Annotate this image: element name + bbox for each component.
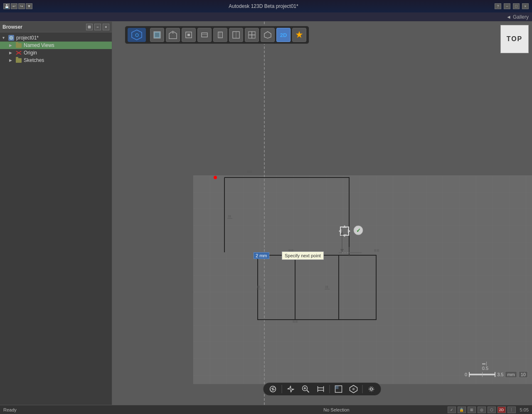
status-check-button[interactable]: ✓ [448, 407, 456, 413]
status-bar: Ready No Selection ✓ 🔒 ⊞ ◎ ⬡ 2D ⋮ 5:05 [0, 405, 532, 414]
svg-point-52 [272, 388, 274, 390]
close-button[interactable]: × [522, 3, 529, 9]
origin-icon [15, 50, 22, 56]
front-view-button[interactable] [197, 28, 212, 42]
status-right-section: ✓ 🔒 ⊞ ◎ ⬡ 2D ⋮ 5:05 [448, 407, 529, 413]
dimension-label[interactable]: 2 mm [254, 252, 269, 259]
nav-divider-3 [362, 385, 363, 393]
maximize-button[interactable]: □ [513, 3, 520, 9]
browser-tree: ▼ project01* ▶ Named Views ▶ [0, 32, 112, 405]
save-button[interactable]: 💾 [3, 3, 10, 9]
status-time: 5:05 [520, 407, 529, 412]
expand-project[interactable]: ▼ [2, 36, 7, 40]
browser-title: Browser [2, 24, 22, 30]
svg-rect-6 [155, 33, 159, 37]
status-ready: Ready [3, 407, 225, 412]
browser-close-button[interactable]: × [103, 24, 109, 30]
svg-line-54 [307, 390, 309, 392]
status-mode-button[interactable]: 2D [498, 407, 506, 413]
tree-item-named-views[interactable]: ▶ Named Views [0, 42, 112, 49]
svg-rect-10 [187, 34, 190, 36]
app-title: Autodesk 123D Beta project01* [32, 3, 495, 9]
redo-button[interactable]: ↪ [18, 3, 25, 9]
svg-rect-13 [218, 32, 222, 38]
next-point-tooltip: Specify next point [282, 251, 324, 260]
svg-point-65 [352, 388, 355, 390]
tree-label-sketches: Sketches [24, 57, 44, 63]
bottom-scale: 0.5 [482, 362, 488, 371]
right-view-button[interactable] [213, 28, 227, 42]
svg-rect-19 [249, 35, 252, 38]
top-view-button[interactable] [182, 28, 196, 42]
dropdown-button[interactable]: ▼ [26, 3, 32, 9]
quick-access-toolbar[interactable]: 💾 ↩ ↪ ▼ [3, 3, 32, 9]
scale-unit[interactable]: mm [505, 371, 517, 378]
material-button[interactable] [347, 384, 360, 394]
status-snap-button[interactable]: ◎ [478, 407, 486, 413]
viewport-label: TOP [507, 35, 523, 43]
fit-button[interactable] [315, 384, 327, 394]
display3-button[interactable] [261, 28, 275, 42]
svg-rect-17 [249, 32, 252, 35]
svg-rect-18 [252, 32, 255, 35]
undo-button[interactable]: ↩ [11, 3, 17, 9]
status-extra-button[interactable]: ⋮ [507, 407, 516, 413]
folder-icon-sketches [15, 57, 22, 63]
scale-value-right: 3.5 [497, 372, 503, 377]
bottom-scale-value: 0.5 [482, 366, 488, 371]
canvas-area[interactable]: ⬡ [112, 22, 532, 405]
svg-rect-20 [252, 35, 255, 38]
browser-pin-button[interactable]: − [94, 24, 101, 30]
dimension-value: 2 mm [256, 253, 267, 258]
tree-item-sketches[interactable]: ▶ Sketches [0, 57, 112, 64]
expand-origin[interactable]: ▶ [9, 51, 15, 55]
status-selection: No Selection [225, 407, 447, 412]
nav-divider-2 [330, 385, 330, 393]
project-icon [7, 35, 15, 41]
expand-sketches[interactable]: ▶ [9, 58, 15, 62]
tree-label-named-views: Named Views [24, 42, 54, 48]
svg-rect-57 [318, 388, 324, 390]
expand-named-views[interactable]: ▶ [9, 43, 15, 47]
svg-text:⬡: ⬡ [135, 33, 139, 37]
titlebar: 💾 ↩ ↪ ▼ Autodesk 123D Beta project01* ? … [0, 0, 532, 12]
ortho2-button[interactable] [245, 28, 259, 42]
svg-rect-23 [193, 175, 532, 384]
nav-divider-1 [282, 385, 282, 393]
star-button[interactable] [292, 28, 306, 42]
gallery-arrow: ◄ [506, 14, 511, 20]
tree-label-origin: Origin [24, 50, 37, 56]
display-button[interactable] [332, 384, 345, 394]
home-view-button[interactable] [166, 28, 180, 42]
gallery-label[interactable]: Gallery [513, 14, 529, 20]
browser-panel: Browser ⊞ − × ▼ project01* ▶ [0, 22, 112, 405]
browser-grid-button[interactable]: ⊞ [86, 24, 93, 30]
ortho1-button[interactable] [229, 28, 243, 42]
status-lock-button[interactable]: 🔒 [458, 407, 466, 413]
tree-item-origin[interactable]: ▶ Origin [0, 49, 112, 57]
zoom-button[interactable] [300, 384, 312, 394]
next-point-text: Specify next point [285, 253, 321, 258]
tree-label-project: project01* [16, 35, 39, 41]
viewport-indicator: TOP [500, 25, 529, 53]
svg-point-0 [10, 36, 13, 39]
solid-view-button[interactable] [150, 28, 164, 42]
status-grid-button[interactable]: ⊞ [468, 407, 476, 413]
settings-button[interactable] [365, 384, 378, 394]
status-display-button[interactable]: ⬡ [488, 407, 496, 413]
tree-item-project[interactable]: ▼ project01* [0, 34, 112, 42]
help-button[interactable]: ? [495, 3, 501, 9]
minimize-button[interactable]: − [504, 3, 510, 9]
svg-marker-22 [296, 31, 303, 38]
2d-button[interactable]: 2D [276, 28, 291, 42]
grid-workspace[interactable] [193, 175, 532, 384]
pan-button[interactable] [285, 384, 297, 394]
logo-button[interactable]: ⬡ [128, 28, 146, 42]
scale-bar: 0 3.5 mm 10 [465, 371, 528, 378]
navigation-bar [263, 382, 382, 396]
gallery-bar: ◄ Gallery [0, 12, 532, 22]
svg-rect-11 [202, 33, 207, 37]
orbit-button[interactable] [267, 384, 279, 394]
scale-right-value[interactable]: 10 [519, 371, 528, 378]
svg-text:≡≡: ≡≡ [247, 169, 252, 174]
